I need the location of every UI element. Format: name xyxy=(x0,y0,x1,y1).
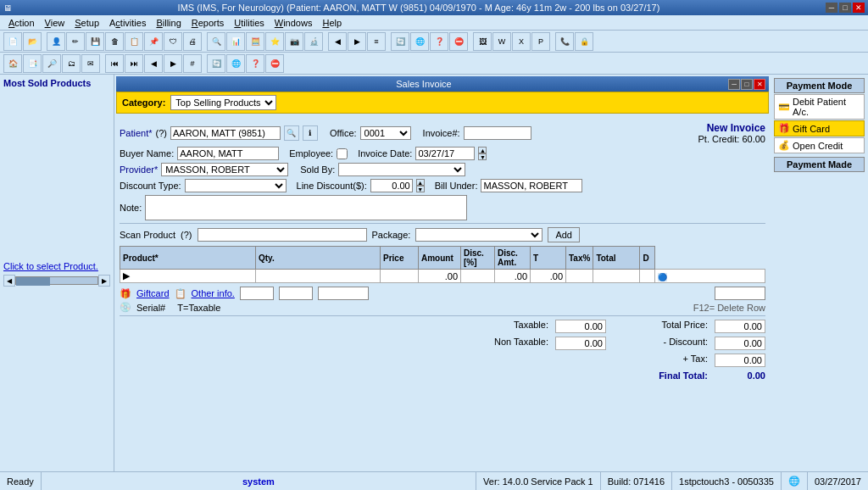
tb2-m[interactable]: ❓ xyxy=(246,54,264,73)
footer-price[interactable]: 0 xyxy=(279,287,313,300)
scan-input[interactable] xyxy=(198,228,367,242)
inner-minimize-button[interactable]: ─ xyxy=(728,79,740,90)
add-button[interactable]: Add xyxy=(548,227,580,242)
left-scrollbar[interactable]: ◀ ▶ xyxy=(3,275,110,287)
tb-list[interactable]: ≡ xyxy=(367,32,386,51)
tb-word[interactable]: W xyxy=(492,32,511,51)
footer-total[interactable]: 0.00 xyxy=(715,287,765,300)
office-select[interactable]: 0001 xyxy=(360,126,411,140)
menu-utilities[interactable]: Utilities xyxy=(229,17,269,29)
menu-setup[interactable]: Setup xyxy=(70,17,104,29)
tb-lock[interactable]: 🔒 xyxy=(575,32,593,51)
patient-input[interactable] xyxy=(170,126,281,140)
invoice-num-input[interactable] xyxy=(464,126,531,140)
inner-close-button[interactable]: ✕ xyxy=(754,79,765,90)
row-delete-btn[interactable]: 🔵 xyxy=(658,273,667,281)
tb-img1[interactable]: 🖼 xyxy=(473,32,492,51)
discount-type-select[interactable] xyxy=(185,179,287,192)
row-d[interactable]: 🔵 xyxy=(655,270,765,283)
package-select[interactable] xyxy=(415,228,542,242)
payment-gift-card[interactable]: 🎁 Gift Card xyxy=(774,120,865,136)
tb-print[interactable]: 🖨 xyxy=(183,32,202,51)
tb2-j[interactable]: # xyxy=(183,54,202,73)
tb2-k[interactable]: 🔄 xyxy=(207,54,225,73)
discount-down[interactable]: ▼ xyxy=(416,186,425,192)
tb-new[interactable]: 📄 xyxy=(3,32,22,51)
giftcard-link[interactable]: Giftcard xyxy=(136,288,170,298)
note-textarea[interactable] xyxy=(145,195,467,220)
tb-refresh[interactable]: 🔄 xyxy=(391,32,409,51)
provider-select[interactable]: MASSON, ROBERT xyxy=(161,163,288,176)
tb-pdf[interactable]: P xyxy=(531,32,550,51)
tb2-a[interactable]: 🏠 xyxy=(3,54,22,73)
buyer-input[interactable] xyxy=(177,147,279,160)
tb2-i[interactable]: ▶ xyxy=(164,54,182,73)
tb-scan[interactable]: 📷 xyxy=(285,32,303,51)
menu-action[interactable]: Action xyxy=(3,17,40,29)
scroll-left-btn[interactable]: ◀ xyxy=(3,275,15,287)
tb2-c[interactable]: 🔎 xyxy=(42,54,61,73)
footer-qty[interactable]: 0 xyxy=(240,287,274,300)
menu-help[interactable]: Help xyxy=(317,17,347,29)
close-button[interactable]: ✕ xyxy=(853,3,865,13)
tb2-l[interactable]: 🌐 xyxy=(226,54,245,73)
tb-phone[interactable]: 📞 xyxy=(555,32,574,51)
tb2-stop[interactable]: ⛔ xyxy=(265,54,284,73)
tb-chart[interactable]: 📊 xyxy=(226,32,245,51)
tb-shield[interactable]: 🛡 xyxy=(164,32,182,51)
tb2-h[interactable]: ◀ xyxy=(144,54,163,73)
sold-by-select[interactable] xyxy=(338,163,465,176)
tb2-d[interactable]: 🗂 xyxy=(62,54,81,73)
tb-right[interactable]: ▶ xyxy=(348,32,366,51)
invoice-date-input[interactable] xyxy=(415,147,475,160)
menu-activities[interactable]: Activities xyxy=(104,17,151,29)
product-input[interactable] xyxy=(259,271,377,281)
tb-search[interactable]: 🔍 xyxy=(207,32,225,51)
menu-billing[interactable]: Billing xyxy=(151,17,186,29)
footer-amount[interactable]: 0.00 xyxy=(318,287,369,300)
tb-stop[interactable]: ⛔ xyxy=(449,32,468,51)
tb2-f[interactable]: ⏮ xyxy=(105,54,124,73)
tb-paste[interactable]: 📌 xyxy=(144,32,163,51)
maximize-button[interactable]: □ xyxy=(839,3,851,13)
tb-save[interactable]: 💾 xyxy=(86,32,104,51)
scroll-right-btn[interactable]: ▶ xyxy=(98,275,110,287)
tb-calc[interactable]: 🧮 xyxy=(246,32,264,51)
minimize-button[interactable]: ─ xyxy=(826,3,837,13)
tb-excel[interactable]: X xyxy=(512,32,531,51)
tb2-e[interactable]: ✉ xyxy=(81,54,100,73)
inner-maximize-button[interactable]: □ xyxy=(741,79,753,90)
tb-world[interactable]: 🌐 xyxy=(410,32,429,51)
category-select[interactable]: Top Selling Products xyxy=(170,95,276,110)
tb-help[interactable]: ❓ xyxy=(430,32,448,51)
date-down[interactable]: ▼ xyxy=(478,153,487,160)
tb-left[interactable]: ◀ xyxy=(328,32,347,51)
payment-debit[interactable]: 💳 Debit Patient A/c. xyxy=(774,94,865,120)
click-to-select[interactable]: Click to select Product. xyxy=(3,261,98,271)
tb-lab[interactable]: 🔬 xyxy=(304,32,323,51)
row-product[interactable] xyxy=(256,270,381,283)
line-discount-input[interactable] xyxy=(370,179,413,192)
other-info-link[interactable]: Other info. xyxy=(192,288,235,298)
tb2-g[interactable]: ⏭ xyxy=(125,54,143,73)
date-up[interactable]: ▲ xyxy=(478,147,487,153)
disc-pct-input[interactable] xyxy=(498,271,527,281)
menu-view[interactable]: View xyxy=(40,17,70,29)
tb-delete[interactable]: 🗑 xyxy=(105,32,124,51)
menu-reports[interactable]: Reports xyxy=(186,17,230,29)
payment-open-credit[interactable]: 💰 Open Credit xyxy=(774,137,865,153)
bill-under-input[interactable] xyxy=(481,179,582,192)
disc-amt-input[interactable] xyxy=(533,271,563,281)
tb-edit[interactable]: ✏ xyxy=(66,32,85,51)
patient-search-btn[interactable]: 🔍 xyxy=(284,125,299,141)
tb-open[interactable]: 📂 xyxy=(23,32,42,51)
price-input[interactable] xyxy=(424,271,458,281)
tb2-b[interactable]: 📑 xyxy=(23,54,42,73)
menu-windows[interactable]: Windows xyxy=(270,17,318,29)
employee-checkbox[interactable] xyxy=(337,148,348,159)
discount-up[interactable]: ▲ xyxy=(416,179,425,186)
tb-patient[interactable]: 👤 xyxy=(47,32,65,51)
tb-copy[interactable]: 📋 xyxy=(125,32,143,51)
patient-info-btn[interactable]: ℹ xyxy=(303,125,318,141)
tb-star[interactable]: ⭐ xyxy=(265,32,284,51)
